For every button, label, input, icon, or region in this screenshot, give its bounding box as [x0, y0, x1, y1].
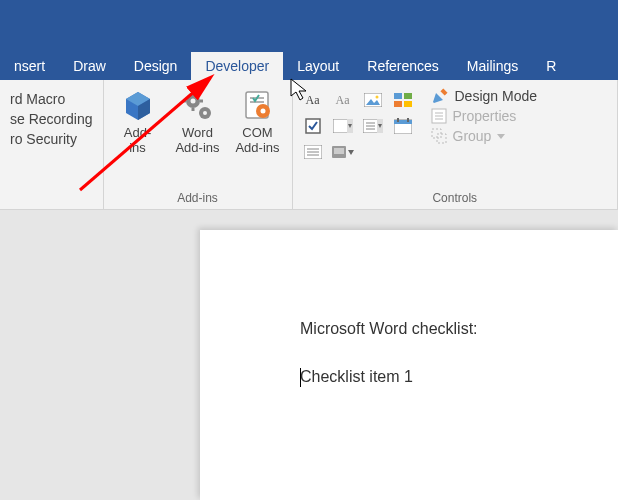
- group-code: rd Macro se Recording ro Security: [0, 80, 104, 209]
- group-code-label: [6, 189, 97, 207]
- group-icon: [431, 128, 447, 144]
- svg-marker-52: [497, 134, 505, 139]
- title-bar: [0, 0, 618, 50]
- svg-rect-34: [394, 120, 412, 124]
- tab-references[interactable]: References: [353, 52, 453, 80]
- plain-text-control-icon[interactable]: Aa: [329, 88, 357, 112]
- pause-recording-button[interactable]: se Recording: [6, 110, 97, 128]
- controls-gallery: Aa Aa: [299, 84, 417, 164]
- properties-icon: [431, 108, 447, 124]
- word-addins-button[interactable]: WordAdd-ins: [170, 84, 226, 156]
- gears-icon: [180, 88, 216, 124]
- tab-draw[interactable]: Draw: [59, 52, 120, 80]
- datepicker-control-icon[interactable]: [389, 114, 417, 138]
- rich-text-control-icon[interactable]: Aa: [299, 88, 327, 112]
- group-addins-label: Add-ins: [110, 189, 286, 207]
- svg-rect-8: [200, 100, 203, 103]
- group-button[interactable]: Group: [431, 128, 538, 144]
- svg-rect-42: [334, 148, 344, 154]
- svg-rect-19: [394, 93, 402, 99]
- svg-point-18: [375, 96, 378, 99]
- repeating-section-control-icon[interactable]: [299, 140, 327, 164]
- document-page[interactable]: Microsoft Word checklist: Checklist item…: [200, 230, 618, 500]
- svg-rect-6: [191, 108, 194, 111]
- svg-marker-44: [433, 93, 443, 103]
- design-mode-button[interactable]: Design Mode: [431, 88, 538, 104]
- record-macro-button[interactable]: rd Macro: [6, 90, 97, 108]
- legacy-tools-icon[interactable]: [329, 140, 357, 164]
- group-controls-label: Controls: [299, 189, 612, 207]
- svg-rect-45: [440, 88, 447, 95]
- properties-label: Properties: [453, 108, 517, 124]
- svg-rect-36: [407, 118, 409, 122]
- addins-label: Add-ins: [124, 126, 151, 156]
- addins-icon: [120, 88, 156, 124]
- chevron-down-icon: [497, 132, 505, 140]
- svg-rect-22: [404, 101, 412, 107]
- combobox-control-icon[interactable]: [329, 114, 357, 138]
- svg-rect-7: [183, 100, 186, 103]
- svg-rect-20: [404, 93, 412, 99]
- doc-line-1[interactable]: Microsoft Word checklist:: [300, 320, 618, 338]
- svg-marker-43: [348, 150, 354, 155]
- com-addins-label: COMAdd-ins: [235, 126, 279, 156]
- design-mode-label: Design Mode: [455, 88, 538, 104]
- group-controls: Aa Aa: [293, 80, 619, 209]
- building-block-control-icon[interactable]: [389, 88, 417, 112]
- addins-button[interactable]: Add-ins: [110, 84, 166, 156]
- picture-control-icon[interactable]: [359, 88, 387, 112]
- checkbox-control-icon[interactable]: [299, 114, 327, 138]
- tab-mailings[interactable]: Mailings: [453, 52, 532, 80]
- svg-rect-21: [394, 101, 402, 107]
- dropdown-control-icon[interactable]: [359, 114, 387, 138]
- word-addins-label: WordAdd-ins: [175, 126, 219, 156]
- tab-review[interactable]: R: [532, 52, 570, 80]
- ribbon-tabs: nsert Draw Design Developer Layout Refer…: [0, 50, 618, 80]
- ribbon: rd Macro se Recording ro Security Add-in…: [0, 80, 618, 210]
- doc-line-2[interactable]: Checklist item 1: [300, 368, 618, 386]
- tab-insert[interactable]: nsert: [0, 52, 59, 80]
- svg-point-4: [190, 99, 195, 104]
- com-addins-icon: [240, 88, 276, 124]
- svg-point-10: [203, 111, 207, 115]
- tab-developer[interactable]: Developer: [191, 52, 283, 80]
- properties-button[interactable]: Properties: [431, 108, 538, 124]
- svg-rect-5: [191, 91, 194, 94]
- svg-rect-35: [397, 118, 399, 122]
- com-addins-button[interactable]: COMAdd-ins: [230, 84, 286, 156]
- group-addins: Add-ins WordAdd-ins: [104, 80, 293, 209]
- design-mode-icon: [431, 88, 449, 104]
- tab-design[interactable]: Design: [120, 52, 192, 80]
- tab-layout[interactable]: Layout: [283, 52, 353, 80]
- macro-security-button[interactable]: ro Security: [6, 130, 97, 148]
- group-btn-label: Group: [453, 128, 492, 144]
- svg-point-15: [260, 109, 265, 114]
